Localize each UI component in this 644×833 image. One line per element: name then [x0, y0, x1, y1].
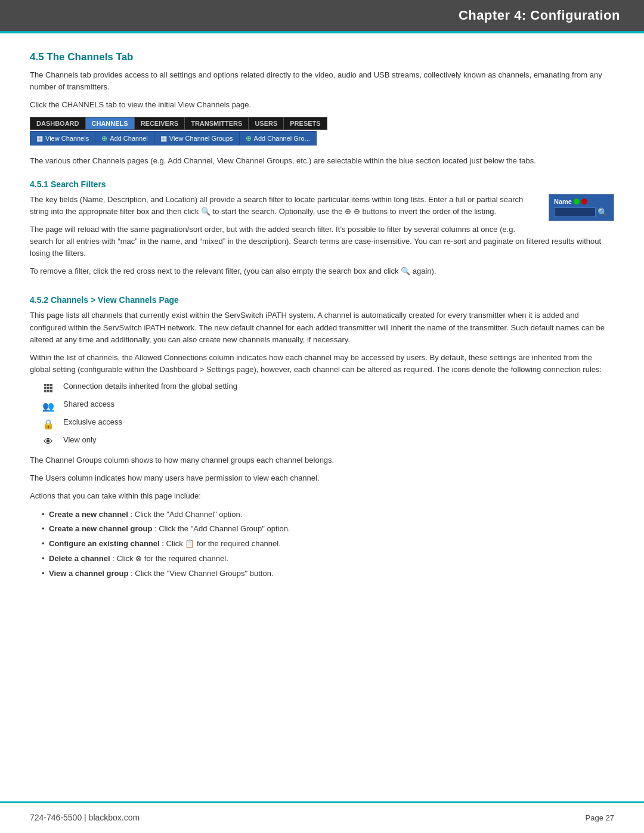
icon-list-item-inherited: Connection details inherited from the gl… — [42, 382, 614, 395]
bullet-item-configure-channel: Configure an existing channel : Click 📋 … — [42, 538, 614, 550]
section-45-p1: The Channels tab provides access to all … — [30, 69, 614, 93]
section-451-p3: To remove a filter, click the red cross … — [30, 265, 614, 277]
footer-page-number: Page 27 — [586, 813, 614, 822]
section-451-p1: The key fields (Name, Description, and L… — [30, 194, 614, 218]
sub-nav-view-channels-label: View Channels — [45, 135, 89, 142]
sub-nav-add-channel-label: Add Channel — [110, 135, 148, 142]
page-footer: 724-746-5500 | blackbox.com Page 27 — [0, 813, 644, 822]
teal-divider-bottom — [0, 801, 644, 803]
nav-bar: DASHBOARD CHANNELS RECEIVERS TRANSMITTER… — [30, 117, 327, 130]
sub-nav-add-channel-group-label: Add Channel Gro... — [254, 135, 310, 142]
section-451-p2: The page will reload with the same pagin… — [30, 224, 614, 259]
bullet-item-create-channel-group: Create a new channel group : Click the "… — [42, 523, 614, 535]
section-45-after-nav: The various other Channels pages (e.g. A… — [30, 155, 614, 167]
view-only-icon: 👁 — [42, 435, 55, 448]
sub-nav-add-channel-group[interactable]: ⊕ Add Channel Gro... — [240, 132, 316, 145]
section-45-heading: 4.5 The Channels Tab — [30, 51, 614, 63]
section-452-p4: The Users column indicates how many user… — [30, 472, 614, 484]
bullet-rest-1: : Click the "Add Channel" option. — [131, 510, 243, 519]
bullet-item-view-channel-group: View a channel group : Click the "View C… — [42, 568, 614, 580]
bullet-bold-2: Create a new channel group — [49, 524, 152, 533]
nav-item-users[interactable]: USERS — [249, 117, 284, 129]
search-icon[interactable]: 🔍 — [597, 208, 608, 217]
icon-list-exclusive-text: Exclusive access — [63, 417, 122, 426]
chapter-title: Chapter 4: Configuration — [459, 8, 620, 23]
sub-nav-view-channel-groups[interactable]: ▦ View Channel Groups — [154, 132, 240, 145]
icon-list-shared-text: Shared access — [63, 400, 114, 408]
bullet-bold-5: View a channel group — [49, 569, 128, 578]
footer-phone: 724-746-5500 | blackbox.com — [30, 813, 140, 822]
add-channel-group-icon: ⊕ — [246, 134, 252, 143]
circle-arrows-icons: ⊕ ⊖ — [345, 207, 362, 216]
page-header: Chapter 4: Configuration — [0, 0, 644, 31]
section-452-p3: The Channel Groups column shows to how m… — [30, 454, 614, 466]
sub-nav-view-channels[interactable]: ▦ View Channels — [30, 132, 95, 145]
filter-name-label: Name — [554, 198, 572, 205]
exclusive-access-icon: 🔒 — [42, 417, 55, 431]
search-icon-inline: 🔍 — [201, 207, 213, 216]
section-45-p2: Click the CHANNELS tab to view the initi… — [30, 99, 614, 111]
bullet-item-delete-channel: Delete a channel : Click ⊗ for the requi… — [42, 553, 614, 565]
nav-item-dashboard[interactable]: DASHBOARD — [30, 117, 86, 129]
icon-list-item-viewonly: 👁 View only — [42, 435, 614, 448]
sub-nav-view-channel-groups-label: View Channel Groups — [169, 135, 233, 142]
bullet-rest-3: : Click 📋 for the required channel. — [162, 539, 281, 548]
sub-nav-bar: ▦ View Channels ⊕ Add Channel ▦ View Cha… — [30, 131, 317, 145]
bullet-rest-4: : Click ⊗ for the required channel. — [112, 554, 228, 563]
search-icon-inline2: 🔍 — [401, 267, 413, 275]
section-452-heading: 4.5.2 Channels > View Channels Page — [30, 295, 614, 305]
nav-item-receivers[interactable]: RECEIVERS — [135, 117, 185, 129]
filter-box: Name 🔍 — [549, 194, 614, 221]
icon-list-item-shared: 👥 Shared access — [42, 400, 614, 413]
shared-access-icon: 👥 — [42, 400, 55, 413]
sub-nav-add-channel[interactable]: ⊕ Add Channel — [95, 132, 154, 145]
icon-list-item-exclusive: 🔒 Exclusive access — [42, 417, 614, 431]
bullet-rest-2: : Click the "Add Channel Group" option. — [154, 524, 290, 533]
filter-text-input[interactable] — [554, 208, 596, 217]
section-452-p5: Actions that you can take within this pa… — [30, 490, 614, 502]
view-channel-groups-icon: ▦ — [160, 134, 167, 143]
filter-input-row: 🔍 — [554, 208, 609, 217]
nav-item-transmitters[interactable]: TRANSMITTERS — [185, 117, 249, 129]
bullet-list: Create a new channel : Click the "Add Ch… — [30, 509, 614, 580]
icon-list-inherited-text: Connection details inherited from the gl… — [63, 382, 237, 391]
bullet-bold-3: Configure an existing channel — [49, 539, 160, 548]
section-451-heading: 4.5.1 Search Filters — [30, 179, 614, 189]
view-channels-icon: ▦ — [36, 134, 43, 143]
filter-box-title: Name — [554, 198, 609, 205]
nav-item-channels[interactable]: CHANNELS — [86, 117, 135, 129]
section-452-p2: Within the list of channels, the Allowed… — [30, 352, 614, 376]
bullet-rest-5: : Click the "View Channel Groups" button… — [131, 569, 274, 578]
add-channel-icon: ⊕ — [101, 134, 107, 143]
filter-red-dot[interactable] — [581, 199, 587, 205]
section-452-p1: This page lists all channels that curren… — [30, 309, 614, 345]
bullet-bold-1: Create a new channel — [49, 510, 128, 519]
bullet-item-create-channel: Create a new channel : Click the "Add Ch… — [42, 509, 614, 521]
icon-list: Connection details inherited from the gl… — [30, 382, 614, 448]
bullet-bold-4: Delete a channel — [49, 554, 110, 563]
icon-list-viewonly-text: View only — [63, 435, 96, 444]
search-filters-section: Name 🔍 The key fields (Name, Description… — [30, 194, 614, 284]
main-content: 4.5 The Channels Tab The Channels tab pr… — [0, 33, 644, 634]
grid-icon — [42, 382, 55, 395]
filter-green-dot[interactable] — [574, 199, 580, 205]
nav-item-presets[interactable]: PRESETS — [284, 117, 326, 129]
